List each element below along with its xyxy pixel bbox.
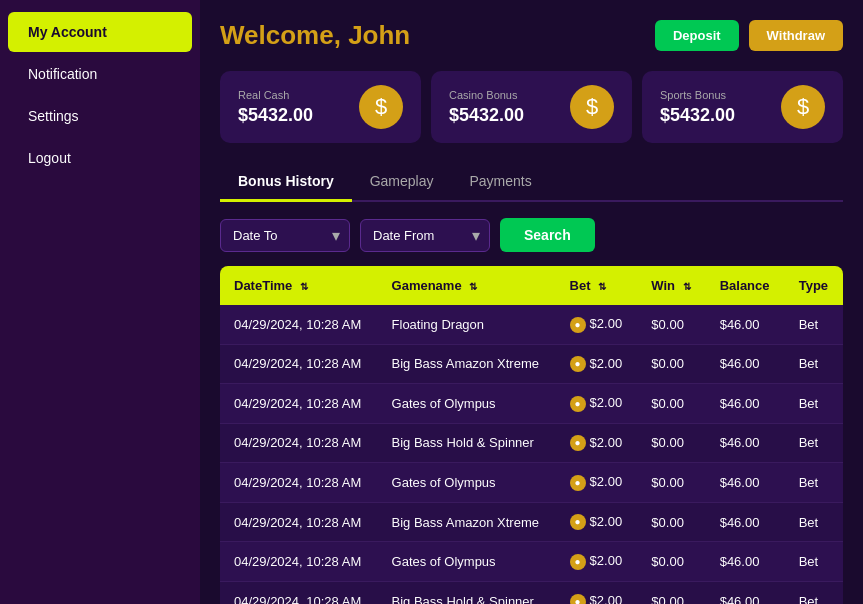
cell-type-2: Bet xyxy=(785,384,843,424)
cell-balance-3: $46.00 xyxy=(706,423,785,463)
tab-gameplay[interactable]: Gameplay xyxy=(352,163,452,202)
col-header-type: Type xyxy=(785,266,843,305)
cell-type-0: Bet xyxy=(785,305,843,344)
cell-gamename-6: Gates of Olympus xyxy=(378,542,556,582)
cell-gamename-2: Gates of Olympus xyxy=(378,384,556,424)
history-table-container: DateTime ⇅Gamename ⇅Bet ⇅Win ⇅BalanceTyp… xyxy=(220,266,843,604)
col-header-gamename[interactable]: Gamename ⇅ xyxy=(378,266,556,305)
balance-card-info-sports-bonus: Sports Bonus $5432.00 xyxy=(660,89,735,126)
cell-type-6: Bet xyxy=(785,542,843,582)
balance-card-label-sports-bonus: Sports Bonus xyxy=(660,89,735,101)
cell-bet-7: ●$2.00 xyxy=(556,581,638,604)
table-row: 04/29/2024, 10:28 AM Floating Dragon ●$2… xyxy=(220,305,843,344)
balance-card-label-real-cash: Real Cash xyxy=(238,89,313,101)
welcome-title: Welcome, John xyxy=(220,20,410,51)
table-row: 04/29/2024, 10:28 AM Big Bass Hold & Spi… xyxy=(220,423,843,463)
cell-type-5: Bet xyxy=(785,502,843,542)
col-header-bet[interactable]: Bet ⇅ xyxy=(556,266,638,305)
cell-type-7: Bet xyxy=(785,581,843,604)
main-content: Welcome, John Deposit Withdraw Real Cash… xyxy=(200,0,863,604)
coin-icon-3: ● xyxy=(570,435,586,451)
table-row: 04/29/2024, 10:28 AM Big Bass Hold & Spi… xyxy=(220,581,843,604)
coin-icon-7: ● xyxy=(570,594,586,605)
cell-win-1: $0.00 xyxy=(637,344,705,384)
cell-win-0: $0.00 xyxy=(637,305,705,344)
cell-balance-4: $46.00 xyxy=(706,463,785,503)
table-row: 04/29/2024, 10:28 AM Big Bass Amazon Xtr… xyxy=(220,502,843,542)
sidebar-item-logout[interactable]: Logout xyxy=(8,138,192,178)
coin-icon-1: ● xyxy=(570,356,586,372)
cell-datetime-0: 04/29/2024, 10:28 AM xyxy=(220,305,378,344)
col-header-win[interactable]: Win ⇅ xyxy=(637,266,705,305)
table-row: 04/29/2024, 10:28 AM Gates of Olympus ●$… xyxy=(220,542,843,582)
table-row: 04/29/2024, 10:28 AM Gates of Olympus ●$… xyxy=(220,463,843,503)
cell-win-3: $0.00 xyxy=(637,423,705,463)
cell-win-2: $0.00 xyxy=(637,384,705,424)
page-header: Welcome, John Deposit Withdraw xyxy=(220,20,843,51)
tab-bonus-history[interactable]: Bonus History xyxy=(220,163,352,202)
cell-balance-2: $46.00 xyxy=(706,384,785,424)
withdraw-button[interactable]: Withdraw xyxy=(749,20,843,51)
col-header-datetime[interactable]: DateTime ⇅ xyxy=(220,266,378,305)
balance-cards: Real Cash $5432.00 $ Casino Bonus $5432.… xyxy=(220,71,843,143)
tab-payments[interactable]: Payments xyxy=(452,163,550,202)
cell-bet-4: ●$2.00 xyxy=(556,463,638,503)
cell-gamename-1: Big Bass Amazon Xtreme xyxy=(378,344,556,384)
table-row: 04/29/2024, 10:28 AM Gates of Olympus ●$… xyxy=(220,384,843,424)
cell-balance-0: $46.00 xyxy=(706,305,785,344)
balance-card-casino-bonus: Casino Bonus $5432.00 $ xyxy=(431,71,632,143)
table-header: DateTime ⇅Gamename ⇅Bet ⇅Win ⇅BalanceTyp… xyxy=(220,266,843,305)
header-actions: Deposit Withdraw xyxy=(655,20,843,51)
balance-card-info-real-cash: Real Cash $5432.00 xyxy=(238,89,313,126)
cell-bet-1: ●$2.00 xyxy=(556,344,638,384)
date-from-select[interactable]: Date From xyxy=(360,219,490,252)
username: John xyxy=(348,20,410,50)
balance-card-icon-casino-bonus: $ xyxy=(570,85,614,129)
cell-win-4: $0.00 xyxy=(637,463,705,503)
sidebar-item-settings[interactable]: Settings xyxy=(8,96,192,136)
cell-win-7: $0.00 xyxy=(637,581,705,604)
sort-icon-datetime: ⇅ xyxy=(300,281,308,292)
deposit-button[interactable]: Deposit xyxy=(655,20,739,51)
balance-card-amount-real-cash: $5432.00 xyxy=(238,105,313,126)
cell-balance-7: $46.00 xyxy=(706,581,785,604)
balance-card-icon-real-cash: $ xyxy=(359,85,403,129)
table-body: 04/29/2024, 10:28 AM Floating Dragon ●$2… xyxy=(220,305,843,604)
table-row: 04/29/2024, 10:28 AM Big Bass Amazon Xtr… xyxy=(220,344,843,384)
cell-balance-6: $46.00 xyxy=(706,542,785,582)
search-button[interactable]: Search xyxy=(500,218,595,252)
table-header-row: DateTime ⇅Gamename ⇅Bet ⇅Win ⇅BalanceTyp… xyxy=(220,266,843,305)
cell-gamename-3: Big Bass Hold & Spinner xyxy=(378,423,556,463)
cell-bet-3: ●$2.00 xyxy=(556,423,638,463)
cell-balance-1: $46.00 xyxy=(706,344,785,384)
cell-datetime-5: 04/29/2024, 10:28 AM xyxy=(220,502,378,542)
balance-card-sports-bonus: Sports Bonus $5432.00 $ xyxy=(642,71,843,143)
cell-balance-5: $46.00 xyxy=(706,502,785,542)
balance-card-icon-sports-bonus: $ xyxy=(781,85,825,129)
cell-datetime-3: 04/29/2024, 10:28 AM xyxy=(220,423,378,463)
cell-type-3: Bet xyxy=(785,423,843,463)
cell-bet-0: ●$2.00 xyxy=(556,305,638,344)
coin-icon-2: ● xyxy=(570,396,586,412)
balance-card-amount-casino-bonus: $5432.00 xyxy=(449,105,524,126)
coin-icon-5: ● xyxy=(570,514,586,530)
sidebar-item-my-account[interactable]: My Account xyxy=(8,12,192,52)
sort-icon-gamename: ⇅ xyxy=(469,281,477,292)
sort-icon-win: ⇅ xyxy=(683,281,691,292)
coin-icon-6: ● xyxy=(570,554,586,570)
sidebar-item-notification[interactable]: Notification xyxy=(8,54,192,94)
cell-datetime-4: 04/29/2024, 10:28 AM xyxy=(220,463,378,503)
coin-icon-4: ● xyxy=(570,475,586,491)
cell-bet-2: ●$2.00 xyxy=(556,384,638,424)
cell-win-6: $0.00 xyxy=(637,542,705,582)
date-to-select[interactable]: Date To xyxy=(220,219,350,252)
tabs: Bonus HistoryGameplayPayments xyxy=(220,163,843,202)
cell-bet-5: ●$2.00 xyxy=(556,502,638,542)
cell-win-5: $0.00 xyxy=(637,502,705,542)
history-table: DateTime ⇅Gamename ⇅Bet ⇅Win ⇅BalanceTyp… xyxy=(220,266,843,604)
balance-card-amount-sports-bonus: $5432.00 xyxy=(660,105,735,126)
cell-gamename-5: Big Bass Amazon Xtreme xyxy=(378,502,556,542)
coin-icon-0: ● xyxy=(570,317,586,333)
cell-datetime-6: 04/29/2024, 10:28 AM xyxy=(220,542,378,582)
cell-gamename-0: Floating Dragon xyxy=(378,305,556,344)
